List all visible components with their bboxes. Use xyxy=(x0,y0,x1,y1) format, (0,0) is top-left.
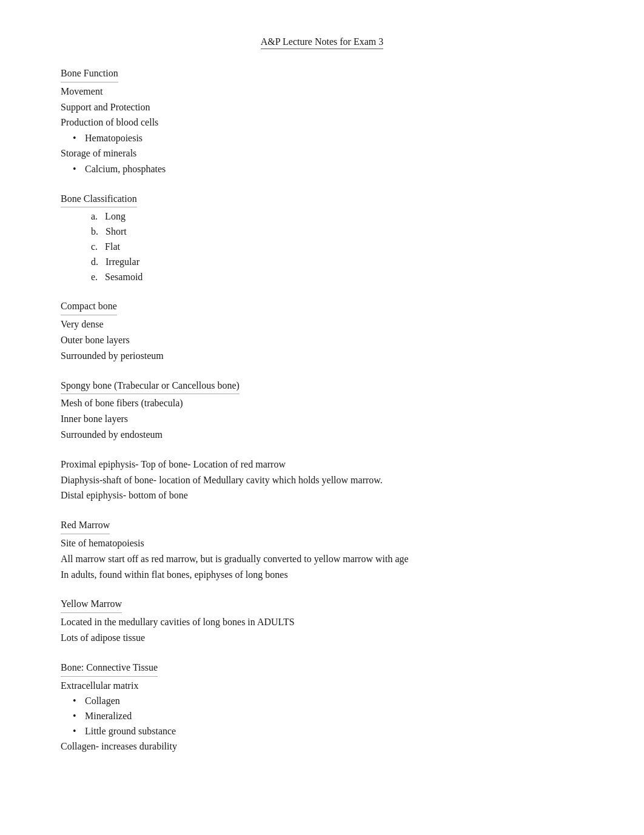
inner-bone-layers-line: Inner bone layers xyxy=(61,412,583,427)
storage-line: Storage of minerals xyxy=(61,146,583,161)
hematopoiesis-site-line: Site of hematopoiesis xyxy=(61,536,583,551)
distal-epiphysis-line: Distal epiphysis- bottom of bone xyxy=(61,488,583,503)
adipose-tissue-line: Lots of adipose tissue xyxy=(61,631,583,646)
minerals-item: Calcium, phosphates xyxy=(61,162,583,177)
connective-tissue-section: Bone: Connective Tissue Extracellular ma… xyxy=(61,660,583,754)
bone-classification-section: Bone Classification a. Long b. Short c. … xyxy=(61,192,583,285)
compact-bone-section: Compact bone Very dense Outer bone layer… xyxy=(61,299,583,363)
epiphysis-section: Proximal epiphysis- Top of bone- Locatio… xyxy=(61,457,583,503)
diaphysis-line: Diaphysis-shaft of bone- location of Med… xyxy=(61,473,583,488)
collagen-item: Collagen xyxy=(61,694,583,709)
support-line: Support and Protection xyxy=(61,100,583,115)
mesh-fibers-line: Mesh of bone fibers (trabecula) xyxy=(61,396,583,411)
movement-line: Movement xyxy=(61,84,583,99)
connective-tissue-list: Collagen Mineralized Little ground subst… xyxy=(61,694,583,739)
bone-classification-heading: Bone Classification xyxy=(61,192,137,208)
red-marrow-heading: Red Marrow xyxy=(61,518,110,534)
very-dense-line: Very dense xyxy=(61,317,583,332)
classification-long: a. Long xyxy=(61,209,583,224)
compact-bone-heading: Compact bone xyxy=(61,299,117,315)
spongy-bone-heading: Spongy bone (Trabecular or Cancellous bo… xyxy=(61,378,240,395)
classification-flat: c. Flat xyxy=(61,240,583,255)
spongy-bone-section: Spongy bone (Trabecular or Cancellous bo… xyxy=(61,378,583,443)
marrow-conversion-line: All marrow start off as red marrow, but … xyxy=(61,552,583,567)
ground-substance-item: Little ground substance xyxy=(61,724,583,739)
surrounded-periosteum-line: Surrounded by periosteum xyxy=(61,349,583,364)
mineralized-item: Mineralized xyxy=(61,709,583,724)
connective-tissue-heading: Bone: Connective Tissue xyxy=(61,660,158,677)
page-title: A&P Lecture Notes for Exam 3 xyxy=(261,36,383,49)
classification-short: b. Short xyxy=(61,224,583,240)
yellow-marrow-section: Yellow Marrow Located in the medullary c… xyxy=(61,597,583,645)
bone-function-section: Bone Function Movement Support and Prote… xyxy=(61,66,583,177)
production-line: Production of blood cells xyxy=(61,115,583,130)
proximal-epiphysis-line: Proximal epiphysis- Top of bone- Locatio… xyxy=(61,457,583,472)
classification-list: a. Long b. Short c. Flat d. Irregular e.… xyxy=(61,209,583,284)
surrounded-endosteum-line: Surrounded by endosteum xyxy=(61,428,583,443)
hematopoiesis-item: Hematopoiesis xyxy=(61,131,583,146)
extracellular-matrix-line: Extracellular matrix xyxy=(61,679,583,694)
yellow-marrow-heading: Yellow Marrow xyxy=(61,597,122,613)
adults-flat-bones-line: In adults, found within flat bones, epip… xyxy=(61,568,583,583)
medullary-cavities-line: Located in the medullary cavities of lon… xyxy=(61,615,583,630)
bone-function-heading: Bone Function xyxy=(61,66,118,82)
collagen-durability-line: Collagen- increases durability xyxy=(61,739,583,754)
classification-irregular: d. Irregular xyxy=(61,255,583,270)
outer-bone-layers-line: Outer bone layers xyxy=(61,333,583,348)
red-marrow-section: Red Marrow Site of hematopoiesis All mar… xyxy=(61,518,583,582)
classification-sesamoid: e. Sesamoid xyxy=(61,270,583,285)
